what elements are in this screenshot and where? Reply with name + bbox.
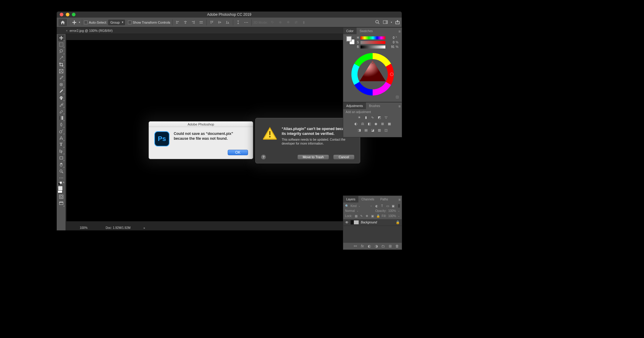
tab-close-icon[interactable]: × bbox=[66, 29, 68, 32]
gradient-tool[interactable] bbox=[58, 115, 65, 121]
lock-all-icon[interactable]: 🔒 bbox=[376, 214, 380, 218]
crop-tool[interactable] bbox=[58, 61, 65, 68]
foreground-background-color[interactable] bbox=[58, 186, 65, 193]
brush-tool[interactable] bbox=[58, 88, 65, 95]
more-options-icon[interactable]: ⋯ bbox=[243, 19, 250, 26]
path-selection-tool[interactable] bbox=[58, 148, 65, 155]
filter-kind-label[interactable]: Kind bbox=[351, 204, 357, 208]
lock-position-icon[interactable]: ✥ bbox=[365, 214, 369, 218]
layer-lock-icon[interactable]: 🔒 bbox=[396, 220, 400, 224]
saturation-value[interactable]: 0 bbox=[387, 41, 394, 44]
layer-mask-icon[interactable]: ◐ bbox=[367, 244, 371, 248]
brightness-contrast-icon[interactable]: ☀ bbox=[357, 115, 362, 120]
filter-adjustment-icon[interactable]: ◐ bbox=[374, 204, 379, 208]
history-brush-tool[interactable] bbox=[58, 101, 65, 108]
filter-toggle[interactable] bbox=[398, 204, 400, 208]
hand-tool[interactable] bbox=[58, 161, 65, 168]
workspace-dropdown-icon[interactable]: ▾ bbox=[391, 21, 392, 24]
curves-icon[interactable]: ∿ bbox=[370, 115, 375, 120]
channel-mixer-icon[interactable]: ⊞ bbox=[380, 121, 385, 126]
maximize-window-button[interactable] bbox=[72, 13, 75, 16]
clone-stamp-tool[interactable] bbox=[58, 95, 65, 101]
adjustments-tab[interactable]: Adjustments bbox=[343, 102, 366, 109]
invert-icon[interactable]: ◨ bbox=[357, 128, 362, 132]
workspace-switcher-icon[interactable] bbox=[383, 20, 388, 25]
search-icon[interactable] bbox=[375, 20, 380, 25]
link-layers-icon[interactable]: ⚯ bbox=[353, 244, 357, 248]
layer-visibility-icon[interactable]: 👁 bbox=[345, 220, 349, 225]
brightness-slider[interactable] bbox=[361, 45, 385, 49]
eraser-tool[interactable] bbox=[58, 108, 65, 115]
filter-type-icon[interactable]: T bbox=[380, 204, 384, 208]
zoom-tool[interactable] bbox=[58, 168, 65, 175]
fill-value[interactable]: 100% bbox=[388, 214, 396, 218]
selective-color-icon[interactable]: ◫ bbox=[384, 128, 388, 132]
auto-select-checkbox[interactable]: Auto-Select: bbox=[84, 21, 107, 24]
quick-mask-icon[interactable] bbox=[58, 193, 65, 200]
layer-item[interactable]: 👁 Background 🔒 bbox=[343, 219, 402, 226]
filter-shape-icon[interactable]: ▭ bbox=[385, 204, 390, 208]
filter-search-icon[interactable]: 🔍 bbox=[345, 204, 349, 208]
distribute-menu-icon[interactable] bbox=[198, 19, 205, 26]
status-menu-icon[interactable]: ▸ bbox=[144, 226, 145, 229]
align-right-edges-icon[interactable] bbox=[190, 19, 197, 26]
align-bottom-edges-icon[interactable] bbox=[224, 19, 231, 26]
paths-tab[interactable]: Paths bbox=[377, 196, 391, 202]
gradient-map-icon[interactable]: ▥ bbox=[377, 128, 382, 132]
close-window-button[interactable] bbox=[60, 13, 63, 16]
layer-name[interactable]: Background bbox=[361, 221, 394, 224]
healing-brush-tool[interactable] bbox=[58, 81, 65, 88]
hue-slider[interactable] bbox=[361, 36, 385, 39]
color-wheel[interactable] bbox=[350, 52, 395, 97]
saturation-slider[interactable] bbox=[361, 41, 385, 44]
move-tool-icon[interactable] bbox=[71, 19, 78, 26]
home-button[interactable] bbox=[59, 19, 67, 26]
panel-menu-icon[interactable]: ≡ bbox=[398, 198, 401, 202]
layer-thumbnail[interactable] bbox=[351, 220, 359, 225]
brightness-value[interactable]: 91 bbox=[387, 45, 394, 49]
swap-colors-icon[interactable] bbox=[58, 181, 65, 186]
move-tool[interactable] bbox=[58, 35, 65, 41]
adjustment-layer-icon[interactable]: ◑ bbox=[374, 244, 378, 248]
show-transform-checkbox[interactable]: Show Transform Controls bbox=[128, 21, 170, 24]
dodge-tool[interactable] bbox=[58, 128, 65, 135]
opacity-value[interactable]: 100% bbox=[388, 209, 396, 213]
edit-toolbar-icon[interactable]: ⋯ bbox=[58, 175, 65, 181]
align-left-edges-icon[interactable] bbox=[174, 19, 181, 26]
blend-mode-dropdown[interactable]: Normal bbox=[345, 209, 355, 213]
vibrance-icon[interactable]: ▽ bbox=[384, 115, 388, 120]
lock-transparency-icon[interactable]: ▩ bbox=[354, 214, 358, 218]
color-lookup-icon[interactable]: ▦ bbox=[387, 121, 392, 126]
minimize-window-button[interactable] bbox=[66, 13, 69, 16]
lock-pixels-icon[interactable]: ✎ bbox=[360, 214, 363, 218]
auto-select-dropdown[interactable]: Group bbox=[108, 20, 125, 25]
filter-pixel-icon[interactable]: ▫ bbox=[369, 204, 373, 208]
ok-button[interactable]: OK bbox=[228, 150, 248, 155]
tool-preset-dropdown-icon[interactable]: ▾ bbox=[79, 21, 80, 24]
delete-layer-icon[interactable]: 🗑 bbox=[395, 244, 399, 248]
pen-tool[interactable] bbox=[58, 135, 65, 141]
align-top-edges-icon[interactable] bbox=[209, 19, 215, 26]
layers-tab[interactable]: Layers bbox=[343, 196, 358, 202]
posterize-icon[interactable]: ▤ bbox=[364, 128, 368, 132]
photo-filter-icon[interactable]: ◉ bbox=[374, 121, 378, 126]
blur-tool[interactable] bbox=[58, 121, 65, 128]
lasso-tool[interactable] bbox=[58, 48, 65, 55]
color-tab[interactable]: Color bbox=[343, 28, 357, 34]
levels-icon[interactable]: ▮ bbox=[364, 115, 368, 120]
filter-smart-icon[interactable]: ▣ bbox=[391, 204, 395, 208]
lock-artboard-icon[interactable]: ▣ bbox=[371, 214, 374, 218]
black-white-icon[interactable]: ◧ bbox=[367, 121, 372, 126]
panel-menu-icon[interactable]: ≡ bbox=[398, 29, 401, 34]
align-vertical-centers-icon[interactable] bbox=[216, 19, 223, 26]
channels-tab[interactable]: Channels bbox=[358, 196, 377, 202]
distribute-vertical-icon[interactable] bbox=[235, 19, 242, 26]
color-balance-icon[interactable]: ⚖ bbox=[360, 121, 365, 126]
help-button[interactable]: ? bbox=[261, 155, 266, 159]
frame-tool[interactable] bbox=[58, 68, 65, 75]
eyedropper-tool[interactable] bbox=[58, 75, 65, 81]
magic-wand-tool[interactable] bbox=[58, 55, 65, 61]
move-to-trash-button[interactable]: Move to Trash bbox=[297, 155, 329, 159]
document-tab[interactable]: × error2.jpg @ 100% (RGB/8#) bbox=[66, 29, 112, 32]
screen-mode-icon[interactable] bbox=[58, 200, 65, 207]
